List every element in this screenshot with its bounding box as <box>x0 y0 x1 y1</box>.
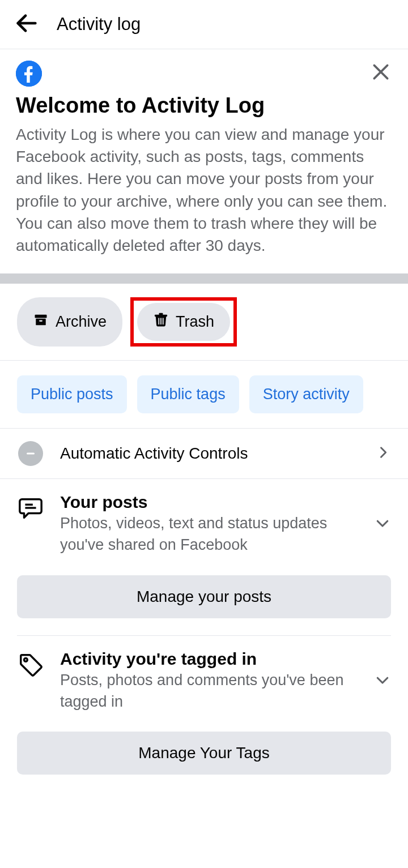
svg-rect-10 <box>160 318 162 325</box>
your-posts-section: Your posts Photos, videos, text and stat… <box>0 479 408 636</box>
tagged-title: Activity you're tagged in <box>60 649 358 669</box>
manage-your-posts-button[interactable]: Manage your posts <box>17 575 391 618</box>
header: Activity log <box>0 0 408 49</box>
tag-icon <box>17 652 44 679</box>
tagged-section: Activity you're tagged in Posts, photos … <box>0 636 408 775</box>
close-icon[interactable] <box>369 61 392 85</box>
filter-row: Public posts Public tags Story activity <box>0 361 408 429</box>
svg-rect-8 <box>159 313 163 315</box>
automatic-activity-controls-row[interactable]: Automatic Activity Controls <box>0 429 408 479</box>
automatic-activity-controls-label: Automatic Activity Controls <box>60 444 359 463</box>
facebook-logo-icon <box>16 61 42 87</box>
chevron-down-icon <box>374 672 391 691</box>
your-posts-desc: Photos, videos, text and status updates … <box>60 513 358 556</box>
manage-your-tags-button[interactable]: Manage Your Tags <box>17 732 391 775</box>
svg-rect-11 <box>163 318 164 325</box>
archive-label: Archive <box>56 313 107 331</box>
minus-circle-icon <box>17 440 44 467</box>
intro-description: Activity Log is where you can view and m… <box>16 123 392 256</box>
your-posts-title: Your posts <box>60 493 358 512</box>
archive-button[interactable]: Archive <box>17 297 122 347</box>
tagged-desc: Posts, photos and comments you've been t… <box>60 670 358 713</box>
archive-icon <box>33 312 49 332</box>
filter-story-activity[interactable]: Story activity <box>249 375 363 413</box>
chevron-right-icon <box>375 444 391 463</box>
svg-rect-9 <box>158 318 159 325</box>
svg-rect-12 <box>27 453 35 455</box>
trash-button[interactable]: Trash <box>137 303 230 341</box>
section-divider <box>0 273 408 284</box>
intro-card: Welcome to Activity Log Activity Log is … <box>0 49 408 273</box>
svg-point-15 <box>24 658 28 661</box>
tagged-header[interactable]: Activity you're tagged in Posts, photos … <box>17 649 391 713</box>
page-title: Activity log <box>57 14 141 35</box>
filter-public-posts[interactable]: Public posts <box>17 375 127 413</box>
back-arrow-icon[interactable] <box>14 10 40 39</box>
intro-title: Welcome to Activity Log <box>16 93 392 118</box>
trash-icon <box>153 312 169 332</box>
chevron-down-icon <box>374 515 391 534</box>
trash-highlight-annotation: Trash <box>130 297 237 347</box>
filter-public-tags[interactable]: Public tags <box>137 375 239 413</box>
svg-rect-6 <box>39 320 42 322</box>
speech-bubble-icon <box>17 495 44 522</box>
your-posts-header[interactable]: Your posts Photos, videos, text and stat… <box>17 493 391 556</box>
svg-rect-4 <box>35 315 47 318</box>
pill-row: Archive Trash <box>0 284 408 361</box>
svg-rect-5 <box>36 319 46 326</box>
trash-label: Trash <box>176 313 214 331</box>
